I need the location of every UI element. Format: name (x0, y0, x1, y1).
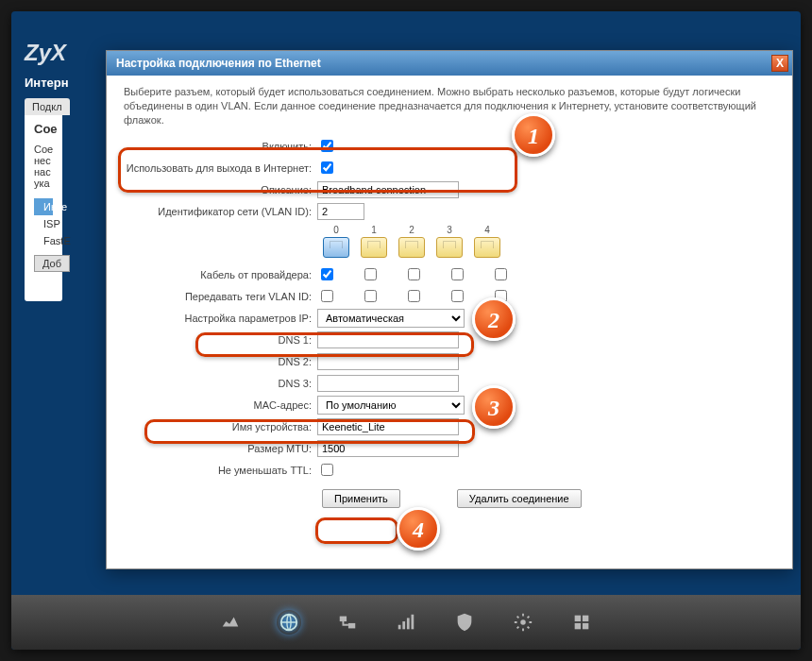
ttl-label: Не уменьшать TTL: (124, 465, 317, 476)
svg-point-7 (520, 619, 526, 625)
globe-icon[interactable] (277, 610, 301, 635)
signal-icon[interactable] (394, 610, 418, 635)
svg-rect-2 (348, 623, 355, 629)
dialog-intro-text: Выберите разъем, который будет использов… (124, 85, 775, 127)
delete-connection-button[interactable]: Удалить соединение (457, 489, 582, 508)
section-header: Инте (34, 198, 53, 215)
tab-row: Подкл (25, 101, 70, 112)
port-number: 1 (371, 225, 377, 235)
enable-checkbox[interactable] (321, 140, 333, 152)
provider-cable-label: Кабель от провайдера: (124, 269, 317, 280)
svg-rect-1 (340, 617, 347, 622)
provider-cable-checkbox[interactable] (451, 268, 464, 280)
provider-cable-checkbox[interactable] (408, 268, 420, 280)
port-row: 0 1 2 3 4 (322, 225, 775, 258)
network-icon[interactable] (335, 610, 360, 635)
pass-vlan-checkbox[interactable] (451, 290, 464, 302)
svg-rect-6 (412, 615, 414, 630)
ip-config-label: Настройка параметров IP: (124, 313, 317, 324)
description-input[interactable] (317, 181, 459, 198)
card-line: Сое (34, 144, 53, 155)
ethernet-port-icon[interactable] (436, 237, 463, 258)
svg-rect-10 (575, 623, 581, 629)
close-button[interactable]: X (771, 55, 788, 72)
connections-card: Сое Сое нес нас ука Инте ISP FastE Доб (25, 112, 62, 301)
dialog-title: Настройка подключения по Ethernet (116, 57, 321, 70)
dns3-label: DNS 3: (124, 378, 317, 389)
ethernet-settings-dialog: Настройка подключения по Ethernet X Выбе… (106, 50, 793, 569)
nav-item[interactable]: Интерн (25, 76, 70, 90)
card-line: нес (34, 155, 53, 166)
pass-vlan-checkbox[interactable] (321, 290, 333, 302)
card-line: нас (34, 166, 53, 178)
ip-config-select[interactable]: Автоматическая (317, 309, 465, 328)
description-label: Описание: (124, 184, 317, 195)
svg-rect-5 (407, 618, 410, 629)
use-internet-label: Использовать для выхода в Интернет: (124, 162, 317, 174)
ethernet-port-icon[interactable] (474, 237, 500, 258)
vlan-id-input[interactable] (317, 203, 364, 220)
dns3-input[interactable] (317, 375, 459, 392)
mtu-input[interactable] (317, 440, 459, 457)
pass-vlan-checkbox[interactable] (495, 290, 507, 302)
mac-select[interactable]: По умолчанию (317, 396, 465, 415)
dialog-title-bar: Настройка подключения по Ethernet X (107, 51, 792, 76)
svg-rect-11 (583, 623, 588, 629)
svg-rect-3 (398, 625, 401, 630)
card-line: ука (34, 178, 53, 189)
gear-icon[interactable] (511, 610, 535, 635)
tab-connections[interactable]: Подкл (25, 98, 70, 115)
port-number: 4 (484, 225, 490, 235)
dns1-label: DNS 1: (124, 334, 317, 346)
dns2-input[interactable] (317, 353, 459, 370)
dialog-body: Выберите разъем, который будет использов… (107, 76, 792, 517)
add-button[interactable]: Доб (34, 255, 70, 272)
provider-cable-checkbox[interactable] (364, 268, 377, 280)
port-number: 0 (333, 225, 339, 235)
app-window: ZyX Интерн Подкл Сое Сое нес нас ука Инт… (11, 11, 801, 650)
svg-rect-9 (583, 616, 588, 621)
pass-vlan-label: Передавать теги VLAN ID: (124, 291, 317, 302)
use-internet-checkbox[interactable] (321, 161, 333, 174)
close-icon: X (776, 57, 784, 70)
provider-cable-checkbox[interactable] (321, 268, 333, 280)
svg-rect-4 (402, 621, 405, 629)
mtu-label: Размер MTU: (124, 443, 317, 454)
enable-label: Включить: (124, 141, 317, 152)
pass-vlan-checkbox[interactable] (364, 290, 377, 302)
provider-cable-checkbox[interactable] (495, 268, 507, 280)
apply-button[interactable]: Применить (322, 489, 400, 508)
ethernet-port-icon[interactable] (323, 237, 349, 258)
apps-icon[interactable] (569, 610, 594, 635)
device-name-label: Имя устройства: (124, 421, 317, 432)
dns1-input[interactable] (317, 331, 459, 348)
pass-vlan-checkbox[interactable] (408, 290, 420, 302)
device-name-input[interactable] (317, 418, 459, 435)
logo: ZyX (25, 40, 70, 66)
dns2-label: DNS 2: (124, 356, 317, 367)
card-title: Сое (34, 122, 53, 136)
ethernet-port-icon[interactable] (398, 237, 425, 258)
list-row[interactable]: ISP (34, 215, 53, 232)
ttl-checkbox[interactable] (321, 464, 333, 476)
vlan-id-label: Идентификатор сети (VLAN ID): (124, 206, 317, 217)
monitor-icon[interactable] (218, 610, 243, 635)
port-number: 3 (447, 225, 452, 235)
port-number: 2 (409, 225, 414, 235)
background-page: ZyX Интерн Подкл Сое Сое нес нас ука Инт… (25, 40, 70, 301)
list-row[interactable]: FastE (34, 232, 53, 249)
shield-icon[interactable] (452, 610, 477, 635)
svg-rect-8 (575, 616, 581, 621)
ethernet-port-icon[interactable] (361, 237, 387, 258)
bottom-toolbar (11, 595, 801, 650)
mac-label: MAC-адрес: (124, 399, 317, 411)
